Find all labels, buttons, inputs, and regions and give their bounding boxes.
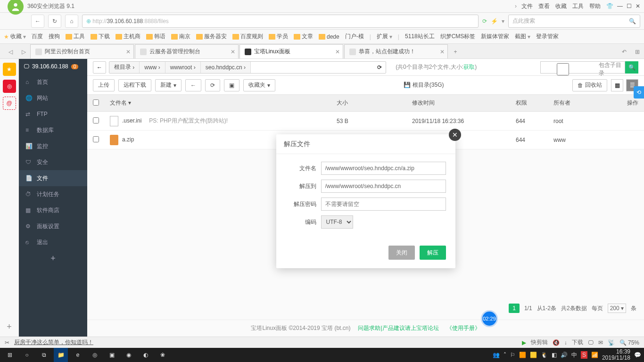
sidebar-item-settings[interactable]: ⚙面板设置	[19, 218, 87, 234]
bookmark-item[interactable]: 百度	[32, 33, 43, 41]
menu-file[interactable]: 文件	[521, 2, 533, 10]
bookmark-item[interactable]: 5118站长工	[405, 33, 435, 41]
sidebar-item-home[interactable]: ⌂首页	[19, 74, 87, 90]
skin-icon[interactable]: 👕	[606, 3, 613, 9]
tab-undo[interactable]: ↶	[618, 45, 631, 58]
sidebar-item-site[interactable]: 🌐网站	[19, 90, 87, 106]
sidebar-item-db[interactable]: ≡数据库	[19, 122, 87, 138]
tab[interactable]: 恭喜，站点创建成功！✕	[344, 44, 448, 58]
search-icon[interactable]: 🔍	[629, 18, 636, 25]
task-app[interactable]: ▣	[105, 348, 119, 362]
sidebar-item-cron[interactable]: ⏱计划任务	[19, 186, 87, 202]
extract-button[interactable]: 解压	[420, 246, 446, 260]
tray-icon[interactable]: ◧	[552, 352, 557, 358]
search-input-top[interactable]: 点此搜索 🔍	[508, 15, 640, 28]
task-app3[interactable]: ◐	[139, 348, 153, 362]
status-download[interactable]: 下载	[572, 338, 583, 346]
chevron-icon[interactable]: ›	[515, 3, 517, 9]
menu-tools[interactable]: 工具	[572, 2, 584, 10]
flag-icon[interactable]: ⚐	[510, 352, 515, 358]
start-button[interactable]: ⊞	[3, 348, 17, 362]
rail-weibo[interactable]: ◎	[3, 80, 16, 93]
bookmark-item[interactable]: 门户-模	[345, 33, 364, 41]
extract-to-input[interactable]	[321, 180, 446, 193]
bookmark-item[interactable]: 南京	[171, 33, 190, 41]
url-input[interactable]: ⊕ http://39.106.60.188:8888/files	[82, 15, 479, 28]
encoding-select[interactable]: UTF-8	[321, 215, 353, 229]
close-icon[interactable]: ✕	[231, 49, 235, 55]
menu-view[interactable]: 查看	[538, 2, 550, 10]
wifi-icon[interactable]: 📶	[591, 352, 598, 358]
tray-icon[interactable]: 🟨	[530, 352, 537, 358]
cancel-button[interactable]: 关闭	[388, 246, 415, 260]
timer-badge[interactable]: 02:29	[481, 310, 498, 327]
taskview-icon[interactable]: ⧉	[37, 348, 51, 362]
status-cut[interactable]: 快剪辑	[531, 338, 548, 346]
broadcast-icon[interactable]: 📡	[608, 339, 615, 346]
bookmark-item[interactable]: 韩语	[146, 33, 165, 41]
bookmark-item[interactable]: 新媒体管家	[481, 33, 509, 41]
tray-icon[interactable]: S	[581, 351, 587, 359]
clock[interactable]: 16:39 2019/11/18	[602, 349, 630, 361]
tab-active[interactable]: 宝塔Linux面板✕	[239, 44, 343, 58]
bookmark-item[interactable]: 扩展▾	[377, 33, 392, 41]
bookmark-item[interactable]: 截图▾	[515, 33, 530, 41]
ime-icon[interactable]: 中	[571, 351, 577, 359]
side-blue-tab[interactable]: ⟲	[634, 86, 644, 99]
play-icon[interactable]: ▶	[522, 339, 526, 346]
bookmark-item[interactable]: 搜狗	[49, 33, 60, 41]
task-app2[interactable]: ◉	[122, 348, 136, 362]
task-app4[interactable]: ❀	[156, 348, 170, 362]
rail-at[interactable]: @	[3, 97, 16, 110]
notifications-icon[interactable]: 💬	[634, 352, 641, 358]
bookmark-item[interactable]: 主机商	[116, 33, 140, 41]
bookmark-item[interactable]: ★收藏▾	[4, 33, 26, 41]
people-icon[interactable]: 👥	[493, 352, 500, 358]
close-icon[interactable]: ✕	[440, 49, 445, 55]
download-icon[interactable]: ↓	[564, 339, 567, 346]
tab-prev[interactable]: ◁	[4, 45, 17, 58]
close-icon[interactable]: ✕	[636, 3, 640, 9]
cortana-icon[interactable]: ○	[20, 348, 34, 362]
sidebar-add[interactable]: +	[19, 250, 87, 266]
menu-fav[interactable]: 收藏	[555, 2, 567, 10]
bookmark-item[interactable]: 百度规则	[232, 33, 263, 41]
back-button[interactable]: ←	[31, 15, 44, 28]
tab[interactable]: 阿里云控制台首页✕	[30, 44, 134, 58]
tab-menu[interactable]: ⊞	[631, 45, 644, 58]
maximize-icon[interactable]: ☐	[627, 3, 632, 9]
rail-add[interactable]: +	[7, 322, 12, 332]
refresh-icon[interactable]: ⟳	[482, 18, 487, 25]
bookmark-item[interactable]: 织梦CMS标签	[440, 33, 476, 41]
modal-close-button[interactable]: ✕	[449, 129, 461, 141]
file-name-input[interactable]	[321, 162, 446, 175]
reload-button[interactable]: ↻	[48, 15, 61, 28]
sidebar-item-ftp[interactable]: ⇄FTP	[19, 106, 87, 122]
bookmark-item[interactable]: 学员	[269, 33, 288, 41]
task-360[interactable]: ◎	[88, 348, 102, 362]
close-icon[interactable]: ✕	[335, 49, 340, 55]
close-icon[interactable]: ✕	[126, 49, 131, 55]
bookmark-item[interactable]: 登录管家	[536, 33, 559, 41]
volume-icon[interactable]: 🔊	[561, 352, 568, 358]
mute-icon[interactable]: 🔇	[553, 339, 560, 346]
tab-next[interactable]: ▷	[17, 45, 30, 58]
bookmark-item[interactable]: 文章	[294, 33, 313, 41]
zoom-level[interactable]: 75%	[628, 339, 639, 346]
sidebar-item-soft[interactable]: ▦软件商店	[19, 202, 87, 218]
bookmark-item[interactable]: 下载	[91, 33, 110, 41]
bolt-icon[interactable]: ⚡	[491, 18, 498, 25]
sidebar-ip[interactable]: 🖵 39.106.60.188 0	[19, 59, 87, 74]
dropdown-icon[interactable]: ▾	[502, 18, 504, 25]
menu-help[interactable]: 帮助	[589, 2, 601, 10]
minimize-icon[interactable]: —	[617, 3, 623, 9]
tray-icon[interactable]: 🐧	[541, 352, 548, 358]
password-input[interactable]	[321, 197, 446, 211]
tray-icon[interactable]: 🟧	[519, 352, 526, 358]
pc-icon[interactable]: 🖵	[588, 339, 594, 346]
status-hotlink[interactable]: 厨房干净这么简单，你知道吗！	[14, 338, 93, 346]
task-edge[interactable]: e	[71, 348, 85, 362]
bookmark-item[interactable]: 工具	[66, 33, 85, 41]
sidebar-item-security[interactable]: 🛡安全	[19, 154, 87, 170]
sidebar-item-files[interactable]: 📄文件	[19, 170, 87, 186]
